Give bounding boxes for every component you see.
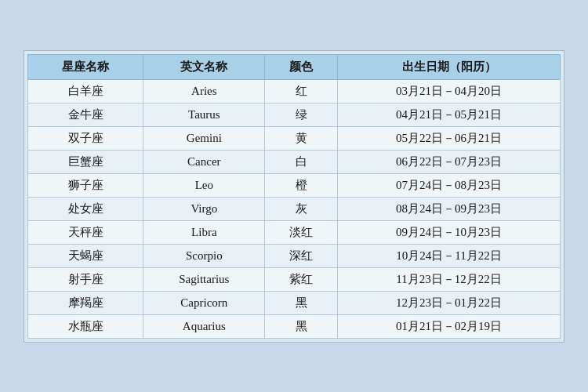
zodiac-table-container: 星座名称 英文名称 颜色 出生日期（阳历） 白羊座Aries红03月21日－04… bbox=[24, 50, 564, 343]
table-row: 白羊座Aries红03月21日－04月20日 bbox=[28, 79, 561, 103]
cell-color: 深红 bbox=[265, 244, 338, 267]
cell-english-name: Capricorn bbox=[143, 291, 265, 314]
table-row: 双子座Gemini黄05月22日－06月21日 bbox=[28, 126, 561, 150]
table-row: 处女座Virgo灰08月24日－09月23日 bbox=[28, 197, 561, 220]
table-body: 白羊座Aries红03月21日－04月20日金牛座Taurus绿04月21日－0… bbox=[28, 79, 561, 338]
cell-dates: 03月21日－04月20日 bbox=[338, 79, 561, 103]
table-row: 狮子座Leo橙07月24日－08月23日 bbox=[28, 173, 561, 197]
cell-color: 橙 bbox=[265, 173, 338, 197]
zodiac-table: 星座名称 英文名称 颜色 出生日期（阳历） 白羊座Aries红03月21日－04… bbox=[27, 54, 561, 339]
cell-english-name: Gemini bbox=[143, 126, 265, 150]
cell-color: 黄 bbox=[265, 126, 338, 150]
header-dates: 出生日期（阳历） bbox=[338, 54, 561, 79]
cell-dates: 04月21日－05月21日 bbox=[338, 103, 561, 126]
table-row: 天秤座Libra淡红09月24日－10月23日 bbox=[28, 220, 561, 244]
table-row: 摩羯座Capricorn黑12月23日－01月22日 bbox=[28, 291, 561, 314]
cell-color: 淡红 bbox=[265, 220, 338, 244]
cell-chinese-name: 水瓶座 bbox=[28, 314, 143, 338]
table-row: 金牛座Taurus绿04月21日－05月21日 bbox=[28, 103, 561, 126]
cell-dates: 12月23日－01月22日 bbox=[338, 291, 561, 314]
cell-english-name: Scorpio bbox=[143, 244, 265, 267]
cell-dates: 05月22日－06月21日 bbox=[338, 126, 561, 150]
cell-english-name: Aries bbox=[143, 79, 265, 103]
cell-chinese-name: 射手座 bbox=[28, 267, 143, 291]
header-english-name: 英文名称 bbox=[143, 54, 265, 79]
cell-chinese-name: 金牛座 bbox=[28, 103, 143, 126]
cell-dates: 01月21日－02月19日 bbox=[338, 314, 561, 338]
cell-dates: 08月24日－09月23日 bbox=[338, 197, 561, 220]
cell-english-name: Taurus bbox=[143, 103, 265, 126]
table-row: 巨蟹座Cancer白06月22日－07月23日 bbox=[28, 150, 561, 173]
cell-color: 黑 bbox=[265, 314, 338, 338]
cell-english-name: Aquarius bbox=[143, 314, 265, 338]
cell-color: 灰 bbox=[265, 197, 338, 220]
cell-english-name: Libra bbox=[143, 220, 265, 244]
cell-color: 紫红 bbox=[265, 267, 338, 291]
cell-chinese-name: 天蝎座 bbox=[28, 244, 143, 267]
table-row: 天蝎座Scorpio深红10月24日－11月22日 bbox=[28, 244, 561, 267]
cell-english-name: Cancer bbox=[143, 150, 265, 173]
cell-dates: 06月22日－07月23日 bbox=[338, 150, 561, 173]
cell-chinese-name: 天秤座 bbox=[28, 220, 143, 244]
cell-dates: 10月24日－11月22日 bbox=[338, 244, 561, 267]
cell-color: 黑 bbox=[265, 291, 338, 314]
cell-chinese-name: 狮子座 bbox=[28, 173, 143, 197]
cell-chinese-name: 摩羯座 bbox=[28, 291, 143, 314]
cell-color: 白 bbox=[265, 150, 338, 173]
cell-chinese-name: 双子座 bbox=[28, 126, 143, 150]
header-color: 颜色 bbox=[265, 54, 338, 79]
cell-dates: 09月24日－10月23日 bbox=[338, 220, 561, 244]
cell-dates: 11月23日－12月22日 bbox=[338, 267, 561, 291]
table-row: 水瓶座Aquarius黑01月21日－02月19日 bbox=[28, 314, 561, 338]
cell-english-name: Leo bbox=[143, 173, 265, 197]
cell-chinese-name: 巨蟹座 bbox=[28, 150, 143, 173]
cell-english-name: Virgo bbox=[143, 197, 265, 220]
table-header-row: 星座名称 英文名称 颜色 出生日期（阳历） bbox=[28, 54, 561, 79]
table-row: 射手座Sagittarius紫红11月23日－12月22日 bbox=[28, 267, 561, 291]
cell-color: 绿 bbox=[265, 103, 338, 126]
cell-english-name: Sagittarius bbox=[143, 267, 265, 291]
cell-chinese-name: 白羊座 bbox=[28, 79, 143, 103]
cell-color: 红 bbox=[265, 79, 338, 103]
cell-chinese-name: 处女座 bbox=[28, 197, 143, 220]
cell-dates: 07月24日－08月23日 bbox=[338, 173, 561, 197]
header-chinese-name: 星座名称 bbox=[28, 54, 143, 79]
